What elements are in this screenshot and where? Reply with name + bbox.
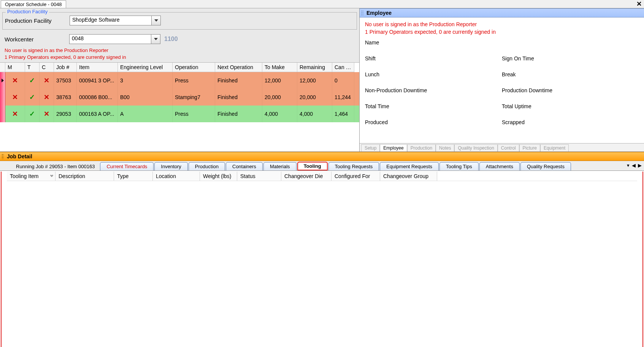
tooling-col-header[interactable]: Weight (lbs) [200,172,237,181]
employee-subtab[interactable]: Setup [361,144,380,151]
tooling-col-header[interactable]: Changeover Group [380,172,437,181]
row-handle-icon[interactable] [0,72,5,89]
jobs-cell: 38763 [54,89,77,106]
jobs-cell: Press [173,106,215,122]
jobs-col-header[interactable]: Can Ma [332,63,354,72]
employee-subtab[interactable]: Picture [519,144,540,151]
job-detail-tab[interactable]: Attachments [479,162,520,170]
emp-signon-label: Sign On Time [502,55,639,62]
jobs-col-header[interactable]: Remaining [297,63,332,72]
check-icon: ✓ [29,110,35,118]
jobs-table: MTCJob #ItemEngineering LevelOperationNe… [0,62,359,151]
jobs-col-header[interactable]: Job # [54,63,77,72]
jobs-cell: 000086 B00... [77,89,118,106]
job-detail-tab[interactable]: Quality Requests [520,162,571,170]
jobs-cell: Stamping7 [173,89,215,106]
close-icon[interactable]: ✕ [636,0,642,8]
job-detail-tab[interactable]: Current Timecards [100,162,154,170]
warning-line-2: 1 Primary Operators expected, 0 are curr… [5,54,355,61]
sort-indicator-icon [50,174,53,177]
tooling-col-header[interactable]: Status [237,172,281,181]
job-detail-tab[interactable]: Containers [226,162,263,170]
job-detail-tab[interactable]: Equipment Requests [380,162,439,170]
jobs-col-header[interactable]: Item [77,63,118,72]
employee-subtab[interactable]: Employee [380,144,407,151]
employee-subtab[interactable]: Notes [436,144,454,151]
emp-scrap-label: Scrapped [502,119,639,125]
facility-value: ShopEdge Software [72,17,120,23]
facility-select[interactable]: ShopEdge Software [70,16,161,25]
tooling-panel: Tooling ItemDescriptionTypeLocationWeigh… [1,172,643,347]
jobs-cell: A [118,106,173,122]
employee-panel-title: Employee [366,10,392,16]
workcenter-select[interactable]: 0048 [69,34,160,44]
jobs-col-header[interactable]: To Make [262,63,297,72]
emp-pd-label: Production Downtime [502,87,639,93]
job-detail-tab[interactable]: Inventory [154,162,187,170]
jobs-cell: ✓ [25,89,40,106]
x-icon: ✕ [44,76,49,85]
x-icon: ✕ [12,76,18,85]
jobs-cell: ✓ [25,72,40,89]
emp-tu-label: Total Uptime [502,103,639,109]
employee-subtab[interactable]: Control [498,144,519,151]
employee-subtab[interactable]: Equipment [540,144,569,151]
x-icon: ✕ [44,110,49,118]
emp-tt-label: Total Time [365,103,502,109]
tab-menu-icon[interactable]: ▾ [627,162,630,168]
jobs-cell: ✕ [40,72,54,89]
jobs-cell: ✕ [5,89,25,106]
tooling-col-header[interactable]: Description [56,172,114,181]
check-icon: ✓ [29,93,35,101]
jobs-cell: 12,000 [262,72,297,89]
jobs-cell: 0 [332,72,354,89]
x-icon: ✕ [44,93,49,101]
job-detail-tab[interactable]: Materials [263,162,297,170]
job-detail-tab[interactable]: Tooling Requests [328,162,379,170]
tooling-col-header[interactable]: Type [114,172,153,181]
tab-nav-right-icon[interactable]: ▶ [638,162,642,168]
jobs-cell: ✕ [40,89,54,106]
workcenter-extra: 1100 [164,36,178,43]
jobs-col-header[interactable]: M [5,63,25,72]
job-detail-tab[interactable]: Production [189,162,225,170]
tooling-col-header[interactable]: Location [153,172,200,181]
jobs-cell: B00 [118,89,173,106]
emp-break-label: Break [502,71,639,77]
jobs-cell: ✕ [5,106,25,122]
tab-nav-left-icon[interactable]: ◀ [632,162,636,168]
jobs-col-header[interactable]: T [25,63,40,72]
jobs-cell: Finished [215,106,262,122]
jobs-cell: 1,464 [332,106,354,122]
jobs-col-header[interactable]: Operation [173,63,215,72]
row-handle-icon[interactable] [0,89,5,106]
tooling-col-header[interactable]: Changeover Die [281,172,332,181]
employee-subtab[interactable]: Production [407,144,436,151]
workcenter-value: 0048 [72,35,84,41]
jobs-cell: 000941 3 OP... [77,72,118,89]
jobs-cell: 20,000 [297,89,332,106]
emp-name-label: Name [365,39,639,46]
employee-panel-header[interactable]: Employee [360,8,644,17]
facility-legend: Production Facility [6,9,49,14]
job-detail-header[interactable]: Job Detail [0,152,644,161]
jobs-col-header[interactable]: Next Operation [215,63,262,72]
row-handle-icon[interactable] [0,106,5,122]
jobs-cell: 29053 [54,106,77,122]
jobs-row[interactable]: ✕✓✕38763000086 B00...B00Stamping7Finishe… [0,89,359,106]
jobs-cell: Press [173,72,215,89]
jobs-cell: 4,000 [297,106,332,122]
jobs-cell: 37503 [54,72,77,89]
jobs-cell: 3 [118,72,173,89]
jobs-row[interactable]: ✕✓✕29053000163 A OP...APressFinished4,00… [0,106,359,122]
chevron-down-icon [151,16,160,25]
jobs-row[interactable]: ✕✓✕37503000941 3 OP...3PressFinished12,0… [0,72,359,89]
job-detail-tab[interactable]: Tooling [297,162,328,170]
window-tab[interactable]: Operator Schedule - 0048 [1,0,66,8]
tooling-col-header[interactable]: Tooling Item [7,172,56,181]
tooling-col-header[interactable]: Configured For [332,172,380,181]
jobs-col-header[interactable]: Engineering Level [118,63,173,72]
job-detail-tab[interactable]: Tooling Tips [439,162,479,170]
employee-subtab[interactable]: Quality Inspection [454,144,497,151]
jobs-col-header[interactable]: C [40,63,54,72]
